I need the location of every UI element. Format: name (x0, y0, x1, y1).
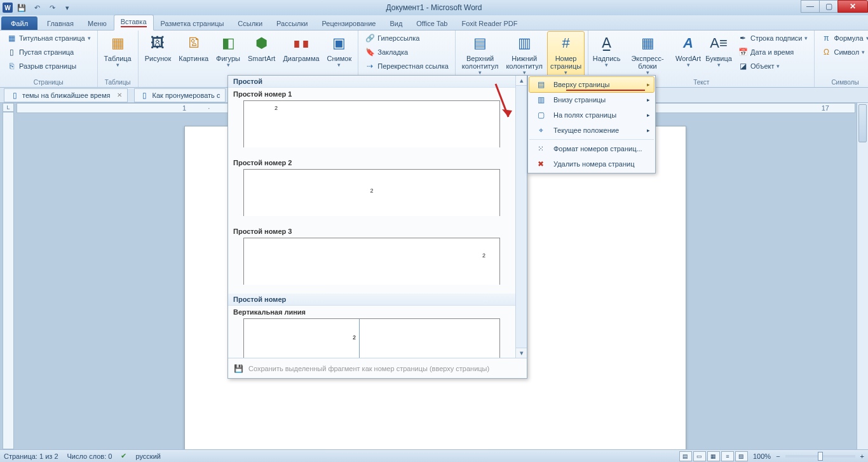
tab-insert[interactable]: Вставка (114, 15, 154, 31)
tab-menu[interactable]: Меню (81, 17, 114, 30)
clipart-button[interactable]: 🖻Картинка (176, 32, 211, 64)
page-break-button[interactable]: ⎘Разрыв страницы (4, 60, 93, 72)
table-button[interactable]: ▦Таблица (102, 32, 134, 70)
picture-button[interactable]: 🖼Рисунок (142, 32, 174, 64)
bookmark-button[interactable]: 🔖Закладка (362, 46, 451, 58)
group-pages-label: Страницы (4, 78, 93, 87)
gallery-item-1[interactable]: 2 (243, 100, 500, 147)
status-page[interactable]: Страница: 1 из 2 (4, 452, 58, 460)
gallery-item-4[interactable]: 2 (243, 318, 500, 358)
app-icon: W (3, 3, 13, 13)
vertical-ruler[interactable] (3, 112, 14, 449)
title-bar: W 💾 ↶ ↷ ▾ Документ1 - Microsoft Word — ▢ (0, 0, 868, 15)
view-outline[interactable]: ≡ (721, 451, 734, 461)
textbox-button[interactable]: A̲Надпись (592, 32, 621, 70)
group-symbols: πФормула ΩСимвол Символы (815, 31, 868, 87)
blank-page-button[interactable]: ▯Пустая страница (4, 46, 93, 58)
gallery-item-3[interactable]: 2 (243, 238, 500, 285)
zoom-slider[interactable] (785, 455, 855, 458)
status-word-count[interactable]: Число слов: 0 (67, 452, 112, 460)
gallery-item-2-label: Простой номер 2 (228, 156, 515, 168)
doc-tab-2[interactable]: ▯Как пронумеровать с (134, 88, 226, 102)
doc-tab-1[interactable]: ▯темы на ближайшее время✕ (4, 88, 128, 102)
gallery-scrollbar[interactable]: ▴ ▾ (515, 76, 527, 358)
view-draft[interactable]: ▧ (735, 451, 748, 461)
view-print-layout[interactable]: ▤ (679, 451, 692, 461)
chart-button[interactable]: ∎∎Диаграмма (280, 32, 322, 64)
cover-page-button[interactable]: ▦Титульная страница (4, 32, 93, 44)
symbol-button[interactable]: ΩСимвол (818, 46, 868, 58)
page-number-button[interactable]: #Номер страницы (548, 32, 584, 78)
ruler-corner[interactable]: L (3, 103, 14, 112)
gallery-item-2[interactable]: 2 (243, 169, 500, 216)
annotation-underline (566, 90, 645, 91)
view-fullscreen[interactable]: ▭ (693, 451, 706, 461)
header-button[interactable]: ▤Верхний колонтитул (459, 32, 501, 78)
shapes-button[interactable]: ◧Фигуры (214, 32, 243, 70)
crossref-button[interactable]: ⇢Перекрестная ссылка (362, 60, 451, 72)
ribbon-tab-strip: Файл Главная Меню Вставка Разметка стран… (0, 15, 868, 31)
qat-redo[interactable]: ↷ (46, 1, 58, 14)
tab-layout[interactable]: Разметка страницы (154, 17, 231, 30)
vertical-scrollbar[interactable] (857, 103, 868, 449)
object-button[interactable]: ◪Объект (735, 60, 810, 72)
dropcap-button[interactable]: A≡Буквица (705, 32, 733, 70)
close-icon[interactable]: ✕ (117, 92, 122, 99)
group-symbols-label: Символы (818, 78, 868, 87)
submenu-top-of-page[interactable]: ▤ Вверху страницы▸ (529, 77, 654, 92)
tab-officetab[interactable]: Office Tab (409, 17, 454, 30)
page-margins-icon: ▢ (536, 110, 546, 120)
datetime-button[interactable]: 📅Дата и время (735, 46, 810, 58)
qat-undo[interactable]: ↶ (31, 1, 43, 14)
minimize-button[interactable]: — (801, 0, 820, 13)
scrollbar-thumb[interactable] (858, 104, 867, 142)
current-pos-icon: ⌖ (536, 125, 546, 135)
remove-icon: ✖ (536, 159, 546, 169)
signature-line-button[interactable]: ✒Строка подписи (735, 32, 810, 44)
page-number-gallery: Простой Простой номер 1 2 Простой номер … (227, 75, 527, 379)
quickparts-button[interactable]: ▦Экспресс-блоки (623, 32, 672, 78)
hyperlink-button[interactable]: 🔗Гиперссылка (362, 32, 451, 44)
zoom-out-button[interactable]: − (776, 452, 780, 460)
status-spellcheck-icon[interactable]: ✔ (121, 452, 126, 460)
gallery-section-simple2: Простой номер (228, 294, 515, 306)
scroll-up-icon[interactable]: ▴ (516, 76, 527, 86)
tab-references[interactable]: Ссылки (231, 17, 269, 30)
gallery-save-selection: 💾Сохранить выделенный фрагмент как номер… (228, 358, 527, 378)
smartart-button[interactable]: ⬢SmartArt (245, 32, 278, 64)
scroll-down-icon[interactable]: ▾ (516, 348, 527, 358)
format-icon: ⁙ (536, 144, 546, 154)
screenshot-button[interactable]: ▣Снимок (325, 32, 355, 70)
group-tables-label: Таблицы (102, 78, 134, 87)
status-language[interactable]: русский (135, 452, 160, 460)
status-bar: Страница: 1 из 2 Число слов: 0 ✔ русский… (0, 449, 868, 462)
submenu-format-numbers[interactable]: ⁙Формат номеров страниц... (529, 141, 654, 156)
submenu-bottom-of-page[interactable]: ▥Внизу страницы▸ (529, 92, 654, 107)
footer-button[interactable]: ▥Нижний колонтитул (503, 32, 545, 78)
view-web[interactable]: ▦ (707, 451, 720, 461)
gallery-item-3-label: Простой номер 3 (228, 225, 515, 236)
gallery-section-simple: Простой (228, 76, 515, 88)
qat-customize[interactable]: ▾ (61, 1, 74, 14)
group-tables: ▦Таблица Таблицы (98, 31, 139, 87)
qat-save[interactable]: 💾 (15, 1, 28, 14)
tab-review[interactable]: Рецензирование (315, 17, 383, 30)
group-pages: ▦Титульная страница ▯Пустая страница ⎘Ра… (0, 31, 98, 87)
tab-home[interactable]: Главная (40, 17, 81, 30)
tab-foxit[interactable]: Foxit Reader PDF (454, 17, 524, 30)
close-button[interactable] (837, 0, 868, 13)
window-title: Документ1 - Microsoft Word (386, 3, 482, 12)
zoom-level[interactable]: 100% (753, 452, 771, 460)
wordart-button[interactable]: AWordArt (674, 32, 702, 70)
equation-button[interactable]: πФормула (818, 32, 868, 44)
zoom-in-button[interactable]: + (860, 452, 864, 460)
tab-file[interactable]: Файл (1, 17, 37, 30)
submenu-remove-numbers[interactable]: ✖Удалить номера страниц (529, 156, 654, 172)
maximize-button[interactable]: ▢ (819, 0, 838, 13)
submenu-page-margins[interactable]: ▢На полях страницы▸ (529, 107, 654, 123)
page-number-submenu: ▤ Вверху страницы▸ ▥Внизу страницы▸ ▢На … (527, 75, 656, 173)
tab-view[interactable]: Вид (383, 17, 409, 30)
tab-mailings[interactable]: Рассылки (269, 17, 315, 30)
page-top-icon: ▤ (536, 79, 546, 90)
submenu-current-position[interactable]: ⌖Текущее положение▸ (529, 123, 654, 138)
